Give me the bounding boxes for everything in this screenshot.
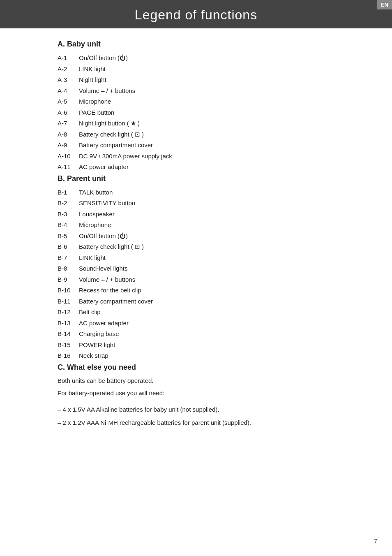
list-item: A-8Battery check light ( ⊡ ) (58, 129, 343, 140)
list-item: A-10DC 9V / 300mA power supply jack (58, 151, 343, 162)
list-item: B-7LINK light (58, 253, 343, 264)
page-number: 7 (374, 538, 377, 544)
item-code: A-9 (58, 141, 79, 150)
list-item: B-13AC power adapter (58, 318, 343, 329)
section-c: C. What else you need Both units can be … (58, 363, 343, 428)
list-item: B-11Battery compartment cover (58, 296, 343, 307)
item-desc: Battery check light ( ⊡ ) (79, 242, 144, 252)
list-item: A-5Microphone (58, 96, 343, 107)
list-item: B-14Charging base (58, 329, 343, 340)
item-desc: Volume – / + buttons (79, 275, 135, 285)
item-desc: Volume – / + buttons (79, 86, 135, 96)
item-code: A-6 (58, 108, 79, 118)
item-desc: AC power adapter (79, 162, 129, 172)
item-code: A-7 (58, 119, 79, 128)
list-item: – 2 x 1.2V AAA Ni-MH rechargeable batter… (58, 418, 343, 428)
item-code: A-8 (58, 130, 79, 139)
list-item: B-3Loudspeaker (58, 209, 343, 220)
item-desc: Belt clip (79, 308, 101, 317)
item-code: B-16 (58, 351, 79, 361)
item-code: A-10 (58, 152, 79, 161)
item-desc: LINK light (79, 65, 106, 74)
item-code: A-4 (58, 86, 79, 96)
list-item: B-12Belt clip (58, 307, 343, 318)
list-item: B-6Battery check light ( ⊡ ) (58, 241, 343, 253)
list-item: B-8Sound-level lights (58, 263, 343, 274)
item-desc: Charging base (79, 329, 119, 339)
item-code: B-11 (58, 297, 79, 306)
item-code: B-1 (58, 188, 79, 197)
item-code: B-8 (58, 264, 79, 273)
item-code: B-10 (58, 286, 79, 295)
item-code: B-4 (58, 220, 79, 230)
item-code: B-3 (58, 210, 79, 219)
item-code: B-13 (58, 319, 79, 328)
item-desc: Microphone (79, 220, 111, 230)
list-item: B-5On/Off button (⏻) (58, 231, 343, 242)
section-c-intro: Both units can be battery operated.For b… (58, 376, 343, 398)
list-item: B-2SENSITIVITY button (58, 198, 343, 209)
item-code: B-14 (58, 329, 79, 339)
language-badge: EN (377, 0, 392, 9)
item-code: A-5 (58, 97, 79, 107)
item-desc: Sound-level lights (79, 264, 127, 273)
item-code: B-5 (58, 232, 79, 241)
item-desc: Battery compartment cover (79, 297, 153, 306)
item-desc: On/Off button (⏻) (79, 232, 128, 241)
item-desc: PAGE button (79, 108, 114, 118)
page-container: EN Legend of functions A. Baby unit A-1O… (0, 0, 392, 556)
list-item: B-10Recess for the belt clip (58, 285, 343, 296)
list-item: A-2LINK light (58, 64, 343, 75)
list-item: A-4Volume – / + buttons (58, 86, 343, 97)
list-item: B-1TALK button (58, 187, 343, 198)
item-desc: DC 9V / 300mA power supply jack (79, 152, 172, 161)
page-header: EN Legend of functions (0, 0, 392, 28)
list-item: – 4 x 1.5V AA Alkaline batteries for bab… (58, 405, 343, 415)
item-desc: LINK light (79, 253, 106, 263)
section-b-heading: B. Parent unit (58, 174, 343, 183)
section-a: A. Baby unit A-1On/Off button (⏻)A-2LINK… (58, 40, 343, 173)
item-code: B-9 (58, 275, 79, 285)
item-desc: Battery compartment cover (79, 141, 153, 150)
item-code: B-6 (58, 242, 79, 252)
item-desc: Loudspeaker (79, 210, 115, 219)
item-code: A-1 (58, 53, 79, 63)
item-code: B-12 (58, 308, 79, 317)
item-code: B-15 (58, 341, 79, 350)
item-code: A-11 (58, 162, 79, 172)
item-desc: SENSITIVITY button (79, 199, 135, 208)
item-desc: Night light button ( ★ ) (79, 119, 140, 128)
list-item: A-7Night light button ( ★ ) (58, 118, 343, 129)
section-c-intro-line: Both units can be battery operated. (58, 376, 343, 386)
list-item: A-9Battery compartment cover (58, 140, 343, 151)
section-b: B. Parent unit B-1TALK buttonB-2SENSITIV… (58, 174, 343, 361)
section-c-intro-line: For battery-operated use you will need: (58, 388, 343, 398)
list-item: A-11AC power adapter (58, 162, 343, 173)
item-desc: Battery check light ( ⊡ ) (79, 130, 144, 139)
list-item: A-6PAGE button (58, 107, 343, 118)
section-c-bullet-list: – 4 x 1.5V AA Alkaline batteries for bab… (58, 405, 343, 428)
list-item: B-15POWER light (58, 340, 343, 351)
item-code: A-3 (58, 75, 79, 85)
section-a-heading: A. Baby unit (58, 40, 343, 49)
page-title: Legend of functions (0, 7, 392, 23)
list-item: B-4Microphone (58, 220, 343, 231)
item-desc: TALK button (79, 188, 113, 197)
list-item: A-3Night light (58, 74, 343, 86)
item-desc: POWER light (79, 341, 115, 350)
item-code: A-2 (58, 65, 79, 74)
list-item: B-16Neck strap (58, 350, 343, 361)
section-c-heading: C. What else you need (58, 363, 343, 372)
item-code: B-2 (58, 199, 79, 208)
section-b-list: B-1TALK buttonB-2SENSITIVITY buttonB-3Lo… (58, 187, 343, 361)
item-desc: On/Off button (⏻) (79, 53, 128, 63)
item-desc: Recess for the belt clip (79, 286, 141, 295)
item-desc: Microphone (79, 97, 111, 107)
list-item: A-1On/Off button (⏻) (58, 53, 343, 64)
list-item: B-9Volume – / + buttons (58, 274, 343, 285)
item-desc: Night light (79, 75, 106, 85)
item-desc: AC power adapter (79, 319, 129, 328)
item-code: B-7 (58, 253, 79, 263)
page-content: A. Baby unit A-1On/Off button (⏻)A-2LINK… (0, 28, 392, 447)
section-a-list: A-1On/Off button (⏻)A-2LINK lightA-3Nigh… (58, 53, 343, 173)
